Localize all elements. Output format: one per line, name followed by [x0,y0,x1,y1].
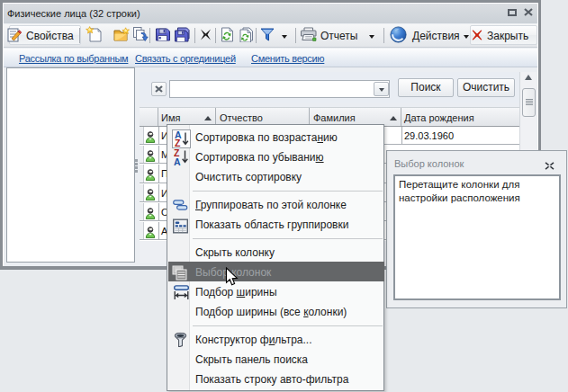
svg-text:A: A [174,156,181,167]
